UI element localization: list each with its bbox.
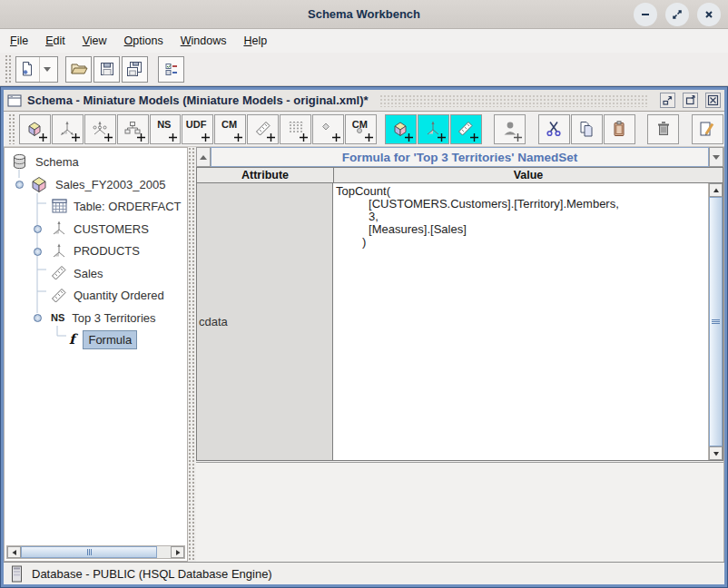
preferences-icon xyxy=(163,61,180,77)
frame-close-button[interactable] xyxy=(705,93,721,108)
arrow-right-icon xyxy=(174,549,182,556)
scrollbar-thumb[interactable] xyxy=(709,197,723,446)
tree-item-cube[interactable]: Sales_FY2003_2005 xyxy=(30,174,165,194)
app-toolbar xyxy=(0,53,728,86)
frame-maximize-button[interactable] xyxy=(683,93,698,108)
copy-button[interactable] xyxy=(571,114,603,144)
attribute-column-header[interactable]: Attribute xyxy=(196,167,333,183)
plus-icon xyxy=(202,133,210,142)
add-named-set-button[interactable]: NS xyxy=(150,114,182,144)
add-measure-button[interactable] xyxy=(247,114,279,144)
calculated-member-icon: CM xyxy=(221,119,237,130)
frame-minimize-button[interactable] xyxy=(660,93,675,108)
database-status-icon xyxy=(11,565,23,583)
edit-pencil-icon xyxy=(698,120,716,138)
paste-button[interactable] xyxy=(604,114,635,144)
add-virtual-dimension-button[interactable] xyxy=(418,114,449,144)
scroll-right-button[interactable] xyxy=(171,546,184,558)
add-virtual-cube-calculated-member-button[interactable]: CM xyxy=(345,114,377,144)
collapse-button[interactable] xyxy=(196,147,211,167)
tree-item-schema[interactable]: Schema xyxy=(12,152,79,172)
formula-editor[interactable]: TopCount( [CUSTOMERS.Customers].[Territo… xyxy=(333,183,708,460)
add-role-button[interactable] xyxy=(494,114,526,144)
formula-line: ) xyxy=(336,236,707,249)
tree-expand-handle[interactable] xyxy=(34,248,42,256)
tree-expand-handle[interactable] xyxy=(15,181,24,189)
add-hierarchy-button[interactable] xyxy=(117,114,149,144)
frame-toolbar: NS UDF CM xyxy=(4,112,724,147)
plus-icon xyxy=(104,133,113,142)
formula-line: [CUSTOMERS.Customers].[Territory].Member… xyxy=(336,198,707,211)
arrow-down-icon xyxy=(713,155,720,160)
minimize-button[interactable] xyxy=(634,3,657,26)
add-level-button[interactable] xyxy=(280,114,311,144)
add-user-defined-function-button[interactable]: UDF xyxy=(182,114,213,144)
attribute-table-body: cdata TopCount( [CUSTOMERS.Customers].[T… xyxy=(196,183,723,461)
save-as-button[interactable] xyxy=(122,56,148,83)
value-column-header[interactable]: Value xyxy=(333,167,723,183)
add-cube-button[interactable] xyxy=(19,114,51,144)
scrollbar-thumb[interactable] xyxy=(21,546,157,558)
tree-horizontal-scrollbar[interactable] xyxy=(6,545,185,559)
menu-view[interactable]: View xyxy=(80,33,110,49)
add-property-button[interactable] xyxy=(312,114,344,144)
tree-item-products[interactable]: PRODUCTS xyxy=(50,241,140,261)
add-dimension-usage-button[interactable] xyxy=(84,114,116,144)
splitpane-divider[interactable] xyxy=(188,147,196,562)
editor-panel: Formula for 'Top 3 Territories' NamedSet… xyxy=(196,147,724,562)
measure-icon xyxy=(50,287,68,305)
dimension-icon xyxy=(50,220,68,238)
scroll-down-button[interactable] xyxy=(709,446,723,460)
scrollbar-track[interactable] xyxy=(157,546,171,558)
frame-close-icon xyxy=(707,94,719,106)
menubar: File Edit View Options Windows Help xyxy=(0,29,728,53)
tree-item-formula[interactable]: f Formula xyxy=(69,329,137,349)
tree-expand-handle[interactable] xyxy=(34,314,42,322)
tree-item-quantity-ordered[interactable]: Quantity Ordered xyxy=(50,286,164,306)
tree-item-table[interactable]: Table: ORDERFACT xyxy=(52,196,181,216)
save-button[interactable] xyxy=(93,56,120,83)
add-calculated-member-button[interactable]: CM xyxy=(214,114,246,144)
plus-icon xyxy=(438,133,446,142)
named-set-icon: NS xyxy=(157,119,171,130)
add-virtual-cube-button[interactable] xyxy=(385,114,417,144)
plus-icon xyxy=(72,133,80,142)
frame-title-texture xyxy=(379,94,647,107)
new-schema-button[interactable] xyxy=(15,56,58,83)
preferences-button[interactable] xyxy=(158,56,184,83)
new-file-icon xyxy=(19,61,35,77)
dimension-icon xyxy=(50,242,68,260)
add-virtual-measure-button[interactable] xyxy=(450,114,482,144)
edit-mode-button[interactable] xyxy=(692,114,723,144)
delete-button[interactable] xyxy=(647,114,679,144)
toolbar-grip[interactable] xyxy=(5,54,13,83)
restore-button[interactable] xyxy=(665,3,689,26)
tree-item-sales[interactable]: Sales xyxy=(50,263,103,283)
arrow-down-icon xyxy=(713,450,720,457)
scroll-left-button[interactable] xyxy=(7,546,21,558)
frame-toolbar-grip[interactable] xyxy=(8,113,16,144)
scroll-up-button[interactable] xyxy=(709,183,723,197)
tree-item-customers[interactable]: CUSTOMERS xyxy=(50,219,149,239)
udf-icon: UDF xyxy=(186,119,207,130)
menu-help[interactable]: Help xyxy=(241,33,270,49)
formula-icon: f xyxy=(69,331,74,348)
arrow-up-icon xyxy=(713,187,720,194)
frame-title: Schema - Miniature Models (Miniature Mod… xyxy=(27,93,369,107)
tree-item-named-set[interactable]: NS Top 3 Territories xyxy=(51,308,156,328)
menu-file[interactable]: File xyxy=(7,33,31,49)
plus-icon xyxy=(267,133,275,142)
new-dropdown-caret[interactable] xyxy=(39,57,51,82)
menu-windows[interactable]: Windows xyxy=(178,33,230,49)
menu-edit[interactable]: Edit xyxy=(43,33,68,49)
open-button[interactable] xyxy=(65,56,92,83)
menu-options[interactable]: Options xyxy=(122,33,166,49)
tree-expand-handle[interactable] xyxy=(34,225,42,233)
add-dimension-button[interactable] xyxy=(52,114,84,144)
frame-minimize-icon xyxy=(662,94,674,106)
close-button[interactable] xyxy=(697,3,721,26)
formula-vertical-scrollbar[interactable] xyxy=(708,183,723,460)
titlebar: Schema Workbench xyxy=(0,0,728,29)
cut-button[interactable] xyxy=(538,114,570,144)
dropdown-button[interactable] xyxy=(709,147,723,167)
